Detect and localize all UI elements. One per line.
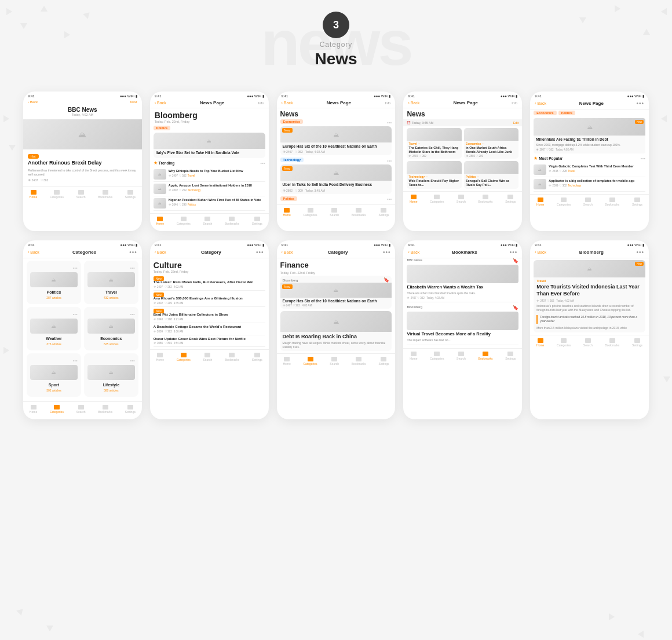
travel-article[interactable]: New ⛰ Travel More Tourists Visited Indon… (534, 260, 645, 332)
category-lifestyle[interactable]: ••• ⛰ Lifestyle 588 articles (84, 353, 138, 397)
nav-dots[interactable]: ••• (510, 249, 518, 255)
back-btn[interactable]: ‹ Back (155, 250, 166, 254)
nav-bookmarks[interactable]: Bookmarks (479, 352, 493, 360)
nav-home[interactable]: Home (536, 338, 544, 347)
nav-bookmarks[interactable]: Bookmarks (352, 357, 366, 365)
nav-settings[interactable]: Settings (632, 338, 642, 347)
info-btn[interactable]: Info (258, 101, 264, 105)
nav-settings[interactable]: Settings (252, 217, 262, 225)
nav-dots[interactable]: ••• (636, 100, 644, 107)
info-btn[interactable]: Info (512, 101, 517, 105)
nav-categories[interactable]: Categories (177, 217, 191, 225)
nav-bookmarks[interactable]: Bookmarks (98, 405, 112, 414)
nav-home[interactable]: Home (30, 190, 37, 199)
nav-home[interactable]: Home (536, 198, 544, 206)
culture-article-3[interactable]: New Brad Pitt Joins Billionaire Collecto… (154, 307, 265, 323)
nav-search[interactable]: Search (330, 357, 339, 365)
back-btn[interactable]: ‹ Back (408, 101, 419, 105)
nav-settings[interactable]: Settings (252, 353, 262, 361)
bookmark-2[interactable]: Bloomberg 🔖 Virtual Travel Becomes More … (407, 305, 518, 345)
nav-settings[interactable]: Settings (378, 208, 389, 217)
category-economics[interactable]: ••• ⛰ Economics 625 articles (84, 307, 138, 350)
nav-search[interactable]: Search (456, 352, 466, 360)
category-travel[interactable]: ••• ⛰ Travel 432 articles (84, 261, 138, 304)
category-weather[interactable]: ••• ⛰ Weather 376 articles (27, 307, 81, 350)
article-card[interactable]: New ⛰ Europe Has Six of the 10 Healthies… (280, 126, 392, 155)
nav-bookmarks[interactable]: Bookmarks (605, 198, 619, 206)
nav-search[interactable]: Search (203, 353, 212, 361)
nav-settings[interactable]: Settings (125, 405, 136, 414)
nav-search[interactable]: Search (76, 190, 86, 199)
nav-home[interactable]: Home (410, 352, 417, 360)
nav-categories[interactable]: Categories (303, 357, 317, 365)
popular-item-2[interactable]: ⛰ Applicater is a big collection of temp… (534, 177, 645, 192)
nav-dots[interactable]: ••• (256, 249, 264, 255)
nav-bookmarks[interactable]: Bookmarks (352, 208, 366, 217)
nav-settings[interactable]: Settings (505, 352, 516, 360)
back-btn[interactable]: ‹ Back (28, 250, 39, 254)
nav-search[interactable]: Search (203, 217, 212, 225)
nav-settings[interactable]: Settings (125, 190, 136, 199)
nav-categories[interactable]: Categories (557, 198, 571, 206)
nav-home[interactable]: Home (156, 217, 164, 225)
nav-categories[interactable]: Categories (430, 195, 444, 203)
nav-categories[interactable]: Categories (557, 338, 571, 347)
category-sport[interactable]: ••• ⛰ Sport 302 articles (27, 353, 81, 397)
culture-article-2[interactable]: New Ana Khouri's $80,000 Earrings Are a … (154, 291, 265, 307)
back-btn[interactable]: ‹ Back (408, 250, 419, 254)
nav-categories[interactable]: Categories (50, 190, 64, 199)
nav-home[interactable]: Home (156, 353, 164, 361)
nav-dots[interactable]: ••• (383, 249, 391, 255)
nav-search[interactable]: Search (330, 208, 339, 217)
nav-settings[interactable]: Settings (632, 198, 642, 206)
bookmark-1[interactable]: BBC News 🔖 Elizabeth Warren Wants a Weal… (407, 258, 518, 302)
travel-card[interactable]: Travel ··· The Eateries So Chill, They H… (407, 128, 461, 159)
nav-home[interactable]: Home (410, 195, 417, 203)
nav-search[interactable]: Search (456, 195, 466, 203)
nav-categories[interactable]: Categories (177, 353, 191, 361)
nav-bookmarks[interactable]: Bookmarks (98, 190, 112, 199)
nav-settings[interactable]: Settings (378, 357, 389, 365)
nav-search[interactable]: Search (583, 198, 593, 206)
nav-bookmarks[interactable]: Bookmarks (479, 195, 493, 203)
main-article[interactable]: ⛰ Italy's Five Star Set to Take Hit in S… (154, 133, 265, 158)
nav-home[interactable]: Home (283, 208, 290, 217)
nav-dots[interactable]: ••• (129, 249, 137, 255)
politics-card[interactable]: Politics ··· Senegal's Sall Claims Win a… (464, 161, 518, 188)
nav-bookmarks[interactable]: Bookmarks (225, 217, 239, 225)
trending-item-2[interactable]: ⛰ Apple, Amazon Lost Some Institutional … (154, 182, 265, 196)
nav-bookmarks[interactable]: Bookmarks (605, 338, 619, 347)
article-card[interactable]: New ⛰ Uber in Talks to Sell India Food-D… (280, 164, 392, 193)
finance-article-1[interactable]: Bloomberg 🔖 New ⛰ Europe Has Six of the … (280, 276, 392, 309)
culture-article-5[interactable]: Oscar Update: Green Book Wins Best Pictu… (154, 335, 265, 348)
back-btn[interactable]: ‹ Back (535, 250, 546, 254)
back-btn[interactable]: ‹ Back (282, 101, 293, 105)
nav-categories[interactable]: Categories (303, 208, 317, 217)
info-btn[interactable]: Info (385, 101, 390, 105)
nav-settings[interactable]: Settings (505, 195, 516, 203)
nav-search[interactable]: Search (583, 338, 593, 347)
edit-btn[interactable]: Edit (513, 121, 518, 125)
culture-article-1[interactable]: New The Latest: Rami Malek Falls, But Re… (154, 275, 265, 291)
category-politics[interactable]: ••• ⛰ Politics 287 articles (27, 261, 81, 304)
back-btn[interactable]: ‹ Back (155, 101, 166, 105)
nav-categories[interactable]: Categories (430, 352, 444, 360)
trending-item-1[interactable]: ⛰ Why Ethiopia Needs to Top Your Bucket … (154, 167, 265, 182)
nav-home[interactable]: Home (30, 405, 37, 414)
back-btn[interactable]: ‹ Back (535, 101, 546, 105)
back-btn[interactable]: ‹ Back (28, 100, 38, 104)
nav-dots[interactable]: ••• (636, 249, 644, 255)
economics-card[interactable]: Economics ··· In One Market South Africa… (464, 128, 518, 159)
trending-item-3[interactable]: ⛰ Nigerian President Buhari Wins First T… (154, 196, 265, 211)
nav-search[interactable]: Search (76, 405, 86, 414)
culture-article-4[interactable]: A Beachside Cottage Became the World's R… (154, 323, 265, 335)
back-btn[interactable]: ‹ Back (282, 250, 293, 254)
nav-bookmarks[interactable]: Bookmarks (225, 353, 239, 361)
tech-card[interactable]: Technology ··· Web Retailers Should Pay … (407, 161, 461, 188)
main-article[interactable]: ⛰ New Millennials Are Facing $1 Trillion… (534, 118, 645, 153)
nav-categories[interactable]: Categories (50, 405, 64, 414)
nav-home[interactable]: Home (283, 357, 290, 365)
popular-item-1[interactable]: ⛰ Virgin Galactic Completes Test With Th… (534, 163, 645, 177)
finance-article-2[interactable]: ⛰ Debt Is Roaring Back in China Margin t… (280, 311, 392, 351)
next-btn[interactable]: Next (130, 100, 137, 104)
